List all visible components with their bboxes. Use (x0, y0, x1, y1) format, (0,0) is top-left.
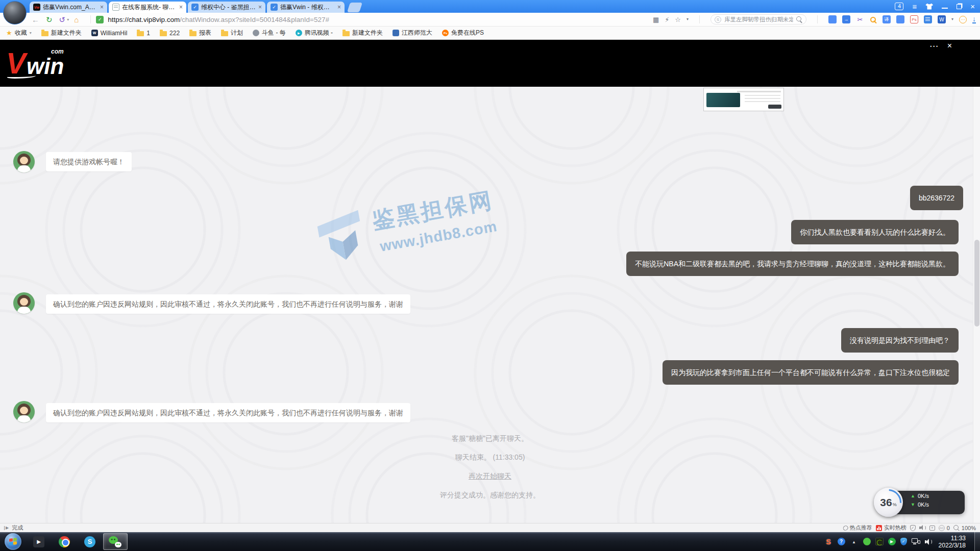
restore-icon[interactable] (957, 4, 962, 9)
search-input[interactable]: 库里左脚韧带扭伤归期未定 (724, 16, 793, 23)
ps-favicon: Ps (442, 30, 449, 36)
toolbox-icon[interactable]: + (929, 525, 935, 531)
reading-list-icon[interactable] (924, 15, 932, 23)
network-speed-widget[interactable]: ▲0K/s ▼0K/s 36 % (874, 488, 966, 517)
ad-block-counter[interactable]: AD 0 (939, 525, 950, 531)
minimize-icon[interactable] (942, 8, 948, 9)
back-icon[interactable]: ← (32, 16, 39, 23)
tab-weiquan-center[interactable]: ✓ 维权中心 - 鉴黑担保网 × (188, 2, 265, 13)
bookmark-label: 腾讯视频 - (305, 29, 333, 37)
hot-recommend-button[interactable]: 热点推荐 (843, 524, 872, 532)
tray-expand-icon[interactable]: ▴ (850, 537, 859, 546)
chevron-down-icon[interactable]: ▾ (687, 17, 689, 21)
tab-close-icon[interactable]: × (100, 4, 104, 10)
chevron-down-icon[interactable]: ▾ (951, 17, 953, 21)
tab-vwin[interactable]: Vw 德赢Vwin.com_AC米兰 × (30, 2, 107, 13)
extension-puzzle-icon[interactable] (896, 15, 904, 23)
wechat-tray-icon[interactable] (863, 538, 871, 545)
taskbar-item-skype[interactable]: S (78, 533, 102, 550)
photoshop-extension-icon[interactable]: Ps (910, 15, 918, 23)
sogou-tray-icon[interactable]: S (824, 537, 833, 546)
login-manager-icon[interactable]: → (842, 15, 850, 23)
bookmark-douyu[interactable]: 斗鱼 - 每 (253, 29, 286, 37)
screenshot-scissors-icon[interactable]: ✂ (856, 15, 864, 23)
bookmark-favorites[interactable]: ★ 收藏 ▾ (6, 29, 32, 37)
search-box[interactable]: S 库里左脚韧带扭伤归期未定 (710, 14, 806, 24)
bookmark-folder[interactable]: 计划 (221, 29, 243, 37)
browser-profile-avatar[interactable] (3, 1, 27, 24)
tab-close-icon[interactable]: × (337, 4, 341, 10)
green-app-tray-icon[interactable]: ▶ (888, 538, 896, 545)
translate-icon[interactable]: 译 (883, 15, 891, 23)
skype-icon: S (84, 536, 95, 547)
search-icon[interactable] (796, 16, 802, 22)
undo-history-icon[interactable]: ↺ (59, 16, 66, 23)
bookmark-folder[interactable]: 新建文件夹 (342, 29, 383, 37)
chat-area: 鉴黑担保网 www.jhdb8.com 请您提供游戏帐号喔！ bb2636722… (0, 87, 980, 523)
volume-tray-icon[interactable] (925, 538, 932, 545)
nvidia-tray-icon[interactable] (875, 538, 884, 545)
restart-chat-link[interactable]: 再次开始聊天 (469, 472, 511, 480)
bookmark-label: 新建文件夹 (352, 29, 383, 37)
tab-count-badge[interactable]: 4 (895, 3, 903, 10)
ad-count: 0 (947, 525, 950, 531)
folder-icon (137, 31, 144, 36)
menu-icon[interactable]: ≡ (912, 3, 917, 10)
scrollbar[interactable] (973, 87, 980, 523)
close-window-icon[interactable]: × (970, 3, 975, 10)
tab-vwin-weiquan[interactable]: ✓ 德赢Vwin - 维权中心 - × (267, 2, 345, 13)
bookmark-folder[interactable]: 新建文件夹 (41, 29, 82, 37)
help-tray-icon[interactable]: ? (838, 538, 845, 545)
user-message: 没有说明是因为找不到理由吧？ (841, 328, 959, 353)
logo-v: V (6, 48, 26, 79)
hot-rank-button[interactable]: 实时热榜 (876, 524, 906, 532)
undo-caret-icon[interactable]: ▾ (67, 17, 69, 22)
hot-recommend-label: 热点推荐 (850, 524, 872, 532)
mute-speaker-icon[interactable] (919, 525, 926, 531)
show-desktop-button[interactable] (974, 532, 980, 551)
taskbar-item-media-player[interactable]: ▶ (27, 533, 51, 550)
refresh-icon[interactable]: ↻ (46, 16, 53, 23)
tab-close-icon[interactable]: × (258, 4, 262, 10)
taskbar-item-chrome[interactable] (52, 533, 77, 550)
extension-puzzle-icon[interactable] (828, 15, 837, 23)
bookmark-university[interactable]: 江西师范大 (393, 29, 432, 37)
network-tray-icon[interactable] (912, 538, 920, 545)
more-extensions-icon[interactable]: ⋯ (959, 16, 967, 23)
douyu-favicon (253, 30, 259, 36)
url-path: /chatWindow.aspx?siteId=5001484&planId=5… (180, 16, 329, 23)
download-icon[interactable]: ↓ (972, 15, 976, 24)
word-extension-icon[interactable]: W (938, 15, 946, 23)
lightning-speed-icon[interactable]: ⚡ (665, 16, 669, 23)
home-icon[interactable]: ⌂ (74, 16, 79, 23)
theme-skin-icon[interactable] (925, 4, 933, 10)
security-shield-icon[interactable]: ✓ (910, 525, 916, 531)
speed-ball[interactable]: 36 % (874, 488, 903, 517)
new-tab-button[interactable] (347, 3, 362, 12)
address-bar[interactable]: https://chat.vip8vip.com/chatWindow.aspx… (108, 16, 653, 23)
qr-code-icon[interactable]: ▦ (653, 16, 659, 23)
page-close-icon[interactable]: × (947, 41, 952, 51)
divider (699, 15, 700, 23)
clock-date: 2022/3/18 (939, 542, 966, 549)
bookmark-williamhill[interactable]: WWilliamHil (91, 30, 128, 37)
page-more-icon[interactable]: ⋯ (929, 41, 938, 52)
scrollbar-thumb[interactable] (974, 240, 979, 327)
status-text: 完成 (12, 524, 23, 532)
bookmark-star-icon[interactable]: ☆ (675, 16, 681, 23)
bookmark-folder[interactable]: 222 (160, 30, 180, 37)
tab-close-icon[interactable]: × (179, 4, 183, 10)
taskbar-item-wechat[interactable] (103, 533, 128, 550)
zoom-control[interactable]: 100% (953, 525, 976, 531)
password-key-icon[interactable] (870, 16, 877, 23)
bookmark-folder[interactable]: 1 (137, 30, 150, 37)
taskbar-clock[interactable]: 11:33 2022/3/18 (937, 535, 970, 549)
bookmark-tencent-video[interactable]: ▶腾讯视频 - (296, 29, 333, 37)
security-shield-tray-icon[interactable]: ✓ (900, 538, 907, 545)
sent-image-thumbnail[interactable] (703, 88, 784, 111)
site-safety-shield-icon[interactable]: ✓ (96, 16, 104, 23)
bookmark-online-ps[interactable]: Ps免费在线PS (442, 29, 484, 37)
start-button[interactable] (5, 533, 21, 550)
bookmark-folder[interactable]: 报表 (189, 29, 211, 37)
tab-chat-window[interactable]: 在线客服系统- 聊天窗口 × (109, 2, 186, 13)
